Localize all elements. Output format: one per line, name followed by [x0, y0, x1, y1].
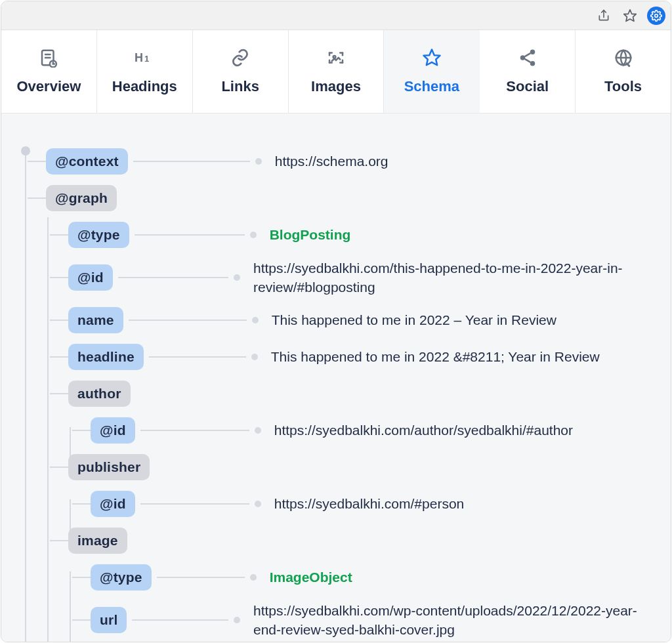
schema-value: https://syedbalkhi.com/author/syedbalkhi…: [274, 421, 573, 440]
schema-value: This happened to me in 2022 &#8211; Year…: [271, 347, 600, 366]
schema-key-badge: @id: [91, 417, 135, 444]
svg-line-15: [524, 59, 530, 62]
svg-text:H: H: [135, 51, 143, 64]
tab-label: Headings: [112, 78, 177, 95]
svg-point-2: [655, 14, 658, 17]
tab-bar: Overview H1 Headings Links Images Schema: [1, 30, 671, 114]
svg-marker-1: [624, 9, 636, 20]
overview-icon: [39, 48, 58, 68]
tab-label: Social: [506, 78, 549, 95]
schema-key-badge: @id: [68, 264, 113, 291]
tools-icon: [614, 48, 633, 68]
tree-row[interactable]: @id https://syedbalkhi.com/this-happened…: [28, 257, 660, 299]
schema-value: BlogPosting: [270, 225, 351, 244]
tree-row-context[interactable]: @context https://schema.org: [28, 146, 660, 176]
tree-row[interactable]: @type BlogPosting: [28, 220, 660, 250]
tab-overview[interactable]: Overview: [1, 30, 97, 113]
tree-row[interactable]: @id https://syedbalkhi.com/author/syedba…: [28, 415, 660, 446]
share-icon[interactable]: [595, 7, 613, 25]
svg-point-12: [520, 55, 525, 60]
tree-row[interactable]: @type ImageObject: [28, 562, 660, 592]
star-icon[interactable]: [621, 7, 639, 25]
tree-row[interactable]: name This happened to me in 2022 – Year …: [28, 305, 660, 335]
svg-marker-10: [423, 50, 440, 66]
extension-settings-icon[interactable]: [647, 7, 665, 25]
tab-label: Links: [221, 78, 259, 95]
schema-key-badge: @id: [91, 491, 135, 517]
tab-label: Images: [311, 78, 361, 95]
tree-row[interactable]: author: [28, 379, 660, 409]
tab-label: Schema: [404, 78, 459, 95]
svg-point-11: [530, 50, 535, 55]
schema-key-badge: name: [68, 307, 123, 333]
images-icon: [326, 48, 346, 68]
tab-tools[interactable]: Tools: [576, 30, 671, 113]
tab-links[interactable]: Links: [193, 30, 289, 113]
tab-schema[interactable]: Schema: [384, 30, 480, 113]
browser-chrome-bar: [1, 1, 671, 30]
schema-key-badge: publisher: [68, 454, 150, 480]
headings-icon: H1: [135, 48, 154, 68]
svg-line-14: [524, 53, 530, 56]
tree-root-line: [25, 156, 26, 642]
tree-row[interactable]: image: [28, 526, 660, 556]
schema-key-badge: @graph: [46, 185, 117, 211]
schema-value: ImageObject: [270, 568, 352, 587]
schema-value: https://schema.org: [275, 152, 388, 171]
tree-row-graph[interactable]: @graph: [28, 183, 660, 213]
schema-key-badge: url: [91, 607, 127, 633]
schema-key-badge: @type: [91, 564, 152, 591]
schema-content: @context https://schema.org @graph @type…: [1, 114, 671, 642]
tree-row[interactable]: @id https://syedbalkhi.com/#person: [28, 489, 660, 519]
schema-key-badge: image: [68, 528, 127, 554]
tab-images[interactable]: Images: [289, 30, 385, 113]
tab-label: Tools: [604, 78, 642, 95]
svg-point-13: [530, 61, 535, 66]
schema-value: https://syedbalkhi.com/wp-content/upload…: [253, 601, 660, 640]
tab-social[interactable]: Social: [480, 30, 576, 113]
schema-key-badge: @context: [46, 148, 128, 175]
tree-row[interactable]: headline This happened to me in 2022 &#8…: [28, 342, 660, 372]
tab-headings[interactable]: H1 Headings: [97, 30, 193, 113]
schema-key-badge: @type: [68, 222, 129, 248]
schema-key-badge: headline: [68, 344, 144, 370]
tree-row[interactable]: publisher: [28, 452, 660, 482]
schema-key-badge: author: [68, 381, 131, 407]
schema-icon: [422, 48, 442, 68]
schema-value: https://syedbalkhi.com/#person: [274, 494, 465, 513]
schema-value: https://syedbalkhi.com/this-happened-to-…: [253, 259, 660, 297]
schema-value: This happened to me in 2022 – Year in Re…: [272, 310, 556, 329]
links-icon: [230, 48, 250, 68]
tree-row[interactable]: url https://syedbalkhi.com/wp-content/up…: [28, 599, 660, 641]
extension-window: Overview H1 Headings Links Images Schema: [1, 1, 671, 642]
tab-label: Overview: [17, 78, 81, 95]
social-icon: [518, 48, 537, 68]
svg-text:1: 1: [144, 54, 149, 64]
